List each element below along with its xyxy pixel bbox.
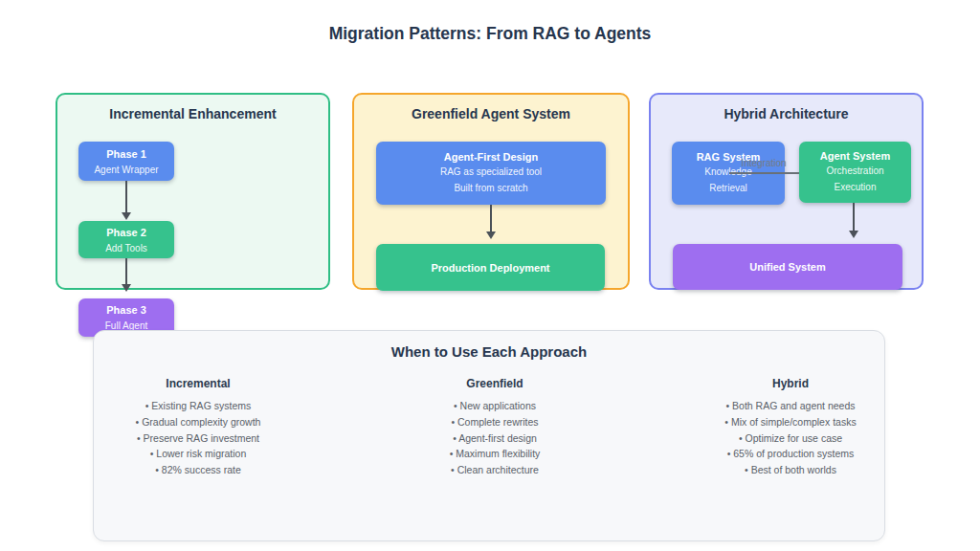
arrow-phase1-to-phase2-line [125, 181, 127, 212]
node-agent-first-line-2: Built from scratch [454, 180, 527, 196]
node-agent-system-line-2: Execution [835, 179, 877, 195]
edge-integration-label: Integration [721, 158, 807, 168]
node-unified-title: Unified System [749, 260, 825, 274]
panel-list-item: • Best of both worlds [685, 462, 896, 478]
edge-integration-line [729, 172, 799, 174]
panel-column-hybrid: Hybrid • Both RAG and agent needs • Mix … [685, 377, 896, 478]
panel-column-hybrid-header: Hybrid [685, 377, 896, 390]
node-production-deployment: Production Deployment [376, 244, 605, 291]
node-phase-2-subtitle: Add Tools [105, 242, 147, 254]
node-agent-first-design: Agent-First Design RAG as specialized to… [376, 142, 606, 205]
node-agent-system-line-1: Orchestration [826, 163, 883, 179]
panel-list-item: • Mix of simple/complex tasks [685, 414, 896, 430]
arrowhead-down-icon [849, 231, 858, 238]
arrow-phase2-to-phase3-line [125, 258, 127, 285]
panel-list-item: • Both RAG and agent needs [685, 398, 896, 414]
node-phase-1-title: Phase 1 [106, 147, 146, 161]
cluster-hybrid-title: Hybrid Architecture [651, 95, 922, 121]
node-phase-2: Phase 2 Add Tools [78, 221, 174, 258]
panel-list-item: • Optimize for use case [685, 430, 896, 447]
node-phase-2-title: Phase 2 [106, 226, 146, 239]
arrowhead-down-icon [122, 284, 131, 292]
node-phase-3-title: Phase 3 [106, 303, 146, 317]
when-to-use-panel: When to Use Each Approach Incremental • … [93, 330, 885, 541]
panel-column-greenfield-header: Greenfield [390, 377, 600, 390]
arrowhead-down-icon [486, 231, 496, 239]
panel-list-item: • Gradual complexity growth [93, 414, 303, 430]
node-rag-line-2: Retrieval [709, 180, 746, 196]
panel-list-item: • 82% success rate [93, 462, 303, 478]
panel-column-incremental-header: Incremental [93, 377, 303, 390]
node-phase-1: Phase 1 Agent Wrapper [78, 142, 174, 181]
panel-column-incremental: Incremental • Existing RAG systems • Gra… [93, 377, 303, 478]
cluster-incremental-enhancement: Incremental Enhancement [56, 93, 330, 290]
node-unified-system: Unified System [673, 244, 902, 290]
arrowhead-down-icon [122, 212, 131, 220]
cluster-greenfield-title: Greenfield Agent System [354, 95, 628, 121]
node-production-title: Production Deployment [431, 261, 549, 275]
panel-list-item: • New applications [390, 398, 600, 414]
panel-title: When to Use Each Approach [94, 331, 884, 360]
panel-list-item: • Existing RAG systems [93, 398, 303, 414]
panel-list-item: • Lower risk migration [93, 446, 303, 462]
cluster-incremental-title: Incremental Enhancement [57, 95, 328, 121]
panel-list-item: • 65% of production systems [685, 446, 896, 462]
panel-list-item: • Clean architecture [390, 462, 600, 478]
node-agent-first-line-1: RAG as specialized tool [440, 164, 542, 180]
panel-column-greenfield: Greenfield • New applications • Complete… [390, 377, 600, 478]
arrow-agentfirst-to-production-line [490, 205, 492, 231]
arrow-agentsystem-to-unified-line [853, 203, 855, 231]
panel-list-item: • Agent-first design [390, 430, 600, 447]
panel-list-item: • Maximum flexibility [390, 446, 600, 462]
node-agent-first-title: Agent-First Design [444, 150, 538, 164]
node-phase-1-subtitle: Agent Wrapper [94, 164, 158, 176]
node-agent-system: Agent System Orchestration Execution [799, 142, 911, 203]
diagram-title: Migration Patterns: From RAG to Agents [0, 24, 980, 44]
diagram-canvas: Migration Patterns: From RAG to Agents I… [0, 0, 980, 551]
panel-list-item: • Complete rewrites [390, 414, 600, 430]
node-agent-system-title: Agent System [820, 149, 890, 163]
panel-list-item: • Preserve RAG investment [93, 430, 303, 447]
